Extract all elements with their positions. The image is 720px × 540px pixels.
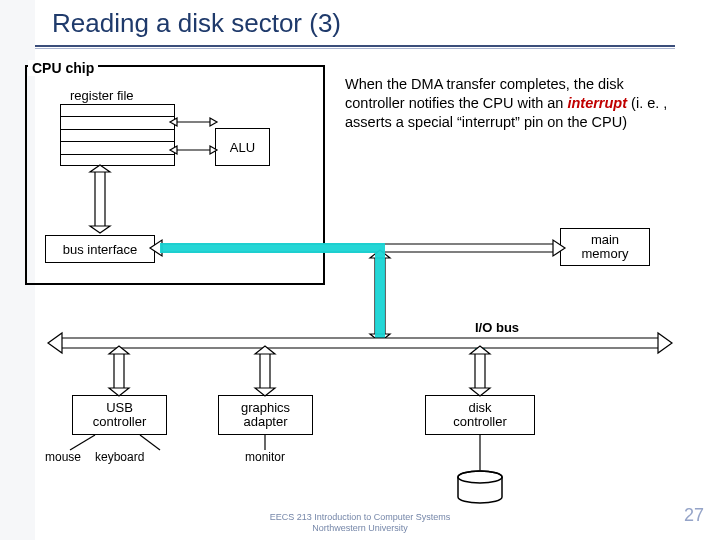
footer-line2: Northwestern University bbox=[312, 523, 408, 533]
register-file bbox=[60, 104, 175, 166]
register-row bbox=[61, 155, 174, 167]
register-row bbox=[61, 142, 174, 154]
svg-line-20 bbox=[70, 435, 95, 450]
alu-box: ALU bbox=[215, 128, 270, 166]
svg-marker-14 bbox=[109, 346, 129, 354]
disk-cylinder-icon bbox=[455, 470, 505, 498]
svg-marker-18 bbox=[470, 346, 490, 354]
gfx-label2: adapter bbox=[243, 414, 287, 429]
keyboard-label: keyboard bbox=[95, 450, 144, 464]
svg-marker-12 bbox=[48, 333, 62, 353]
gfx-label1: graphics bbox=[241, 400, 290, 415]
register-row bbox=[61, 130, 174, 142]
register-file-label: register file bbox=[70, 88, 134, 103]
description-emph: interrupt bbox=[567, 95, 627, 111]
diskc-label1: disk bbox=[468, 400, 491, 415]
footer-line1: EECS 213 Introduction to Computer System… bbox=[270, 512, 451, 522]
diskc-label2: controller bbox=[453, 414, 506, 429]
svg-marker-16 bbox=[255, 346, 275, 354]
disk-controller-box: diskcontroller bbox=[425, 395, 535, 435]
slide-title: Reading a disk sector (3) bbox=[52, 8, 341, 39]
title-rule bbox=[35, 45, 675, 49]
usb-label1: USB bbox=[106, 400, 133, 415]
page-number: 27 bbox=[684, 505, 704, 526]
bus-interface-label: bus interface bbox=[63, 242, 137, 257]
svg-line-21 bbox=[140, 435, 160, 450]
alu-label: ALU bbox=[230, 140, 255, 155]
io-bus-label: I/O bus bbox=[475, 320, 519, 335]
main-memory-box: mainmemory bbox=[560, 228, 650, 266]
bus-interface-box: bus interface bbox=[45, 235, 155, 263]
register-row bbox=[61, 117, 174, 129]
mainmem-label1: main bbox=[591, 232, 619, 247]
mainmem-label2: memory bbox=[582, 246, 629, 261]
register-row bbox=[61, 105, 174, 117]
usb-label2: controller bbox=[93, 414, 146, 429]
description-text: When the DMA transfer completes, the dis… bbox=[345, 75, 685, 132]
svg-marker-10 bbox=[370, 250, 390, 258]
graphics-adapter-box: graphicsadapter bbox=[218, 395, 313, 435]
svg-marker-11 bbox=[370, 334, 390, 342]
footer: EECS 213 Introduction to Computer System… bbox=[0, 512, 720, 534]
svg-marker-13 bbox=[658, 333, 672, 353]
cpu-chip-label: CPU chip bbox=[28, 60, 98, 76]
mouse-label: mouse bbox=[45, 450, 81, 464]
monitor-label: monitor bbox=[245, 450, 285, 464]
usb-controller-box: USBcontroller bbox=[72, 395, 167, 435]
